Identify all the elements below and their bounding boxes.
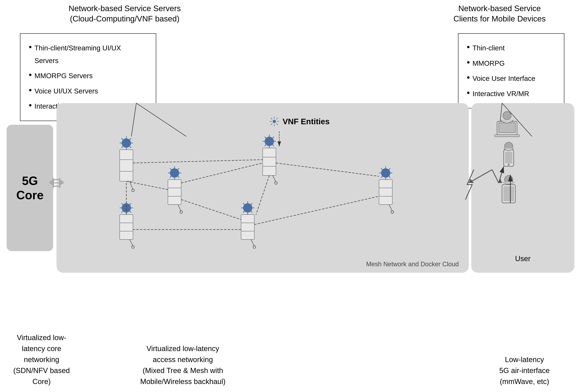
diagram-container: Network-based Service Servers (Cloud-Com… — [0, 0, 581, 392]
server-item-3: Voice UI/UX Servers — [29, 84, 147, 99]
5g-core-label: 5GCore — [16, 174, 43, 202]
svg-point-0 — [273, 120, 276, 123]
server-items-list: Thin-client/Streaming UI/UXServers MMORP… — [29, 40, 147, 114]
network-area-label: Mesh Network and Docker Cloud — [366, 260, 459, 268]
servers-subtitle-text: (Cloud-Computing/VNF based) — [66, 14, 183, 24]
svg-line-5 — [271, 118, 272, 120]
client-items-list: Thin-client MMORPG Voice User Interface … — [467, 40, 556, 101]
5g-core-box: 5GCore — [7, 125, 53, 251]
server-item-2: MMORPG Servers — [29, 68, 147, 84]
svg-line-6 — [276, 124, 278, 125]
bottom-label-right: Low-latency5G air-interface(mmWave, etc) — [478, 354, 571, 387]
client-item-2: MMORPG — [467, 56, 556, 71]
vnf-entities-label: VNF Entities — [269, 116, 330, 126]
svg-line-8 — [271, 124, 272, 125]
callout-box-clients: Thin-client MMORPG Voice User Interface … — [458, 33, 564, 108]
servers-title-text: Network-based Service Servers — [66, 3, 183, 14]
svg-line-7 — [276, 118, 278, 120]
client-item-1: Thin-client — [467, 40, 556, 56]
client-item-4: Interactive VR/MR — [467, 86, 556, 102]
client-item-3: Voice User Interface — [467, 71, 556, 86]
mesh-network-area: Mesh Network and Docker Cloud — [56, 103, 469, 273]
top-label-clients: Network-based Service Clients for Mobile… — [441, 3, 558, 24]
bottom-label-left: Virtualized low-latency corenetworking(S… — [7, 332, 76, 387]
user-area: User — [471, 103, 574, 273]
vnf-sun-icon — [269, 116, 279, 126]
user-label: User — [515, 254, 531, 263]
top-label-servers: Network-based Service Servers (Cloud-Com… — [66, 3, 183, 24]
vnf-label-text: VNF Entities — [283, 117, 330, 126]
bottom-label-center: Virtualized low-latencyaccess networking… — [116, 343, 249, 387]
clients-title-text: Network-based Service — [441, 3, 558, 14]
clients-subtitle-text: Clients for Mobile Devices — [441, 14, 558, 24]
server-item-1: Thin-client/Streaming UI/UXServers — [29, 40, 147, 68]
